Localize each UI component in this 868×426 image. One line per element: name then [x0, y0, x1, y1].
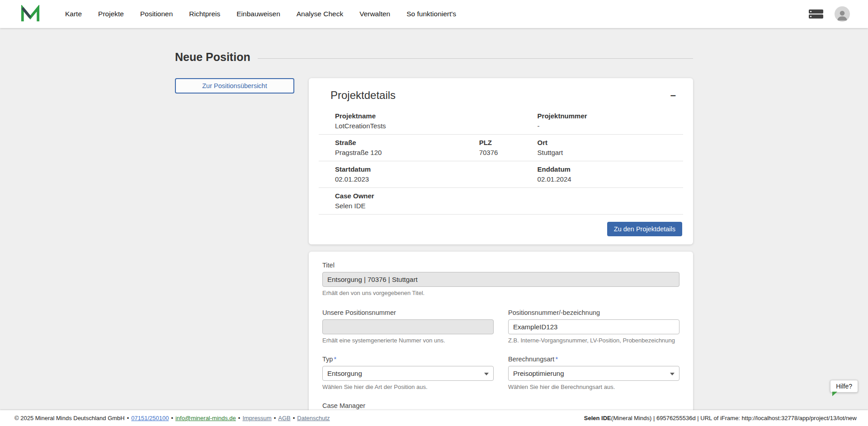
chevron-down-icon — [670, 373, 675, 375]
unsere-positionsnummer-hint: Erhält eine systemgenerierte Nummer von … — [322, 337, 494, 344]
enddatum-value: 02.01.2024 — [538, 175, 683, 184]
nav-item-verwalten[interactable]: Verwalten — [359, 10, 390, 18]
new-position-form-card: Titel Erhält den von uns vorgegebenen Ti… — [309, 252, 693, 410]
berechnungsart-label-text: Berechnungsart — [508, 356, 554, 363]
agb-link[interactable]: AGB — [278, 415, 290, 421]
footer-separator: • — [274, 415, 276, 421]
projektnummer-label: Projektnummer — [538, 112, 683, 121]
positionsnummer-input[interactable] — [508, 319, 679, 334]
typ-label: Typ* — [322, 356, 494, 363]
project-details-card: Projektdetails – Projektname LotCreation… — [309, 78, 693, 244]
mineral-minds-logo-icon[interactable] — [21, 5, 40, 23]
plz-value: 70376 — [479, 148, 538, 157]
berechnungsart-field: Berechnungsart* Preisoptimierung Wählen … — [508, 356, 679, 390]
title-divider — [258, 58, 693, 59]
nav-item-karte[interactable]: Karte — [65, 10, 82, 18]
footer-separator: • — [171, 415, 173, 421]
unsere-positionsnummer-label: Unsere Positionsnummer — [322, 309, 494, 316]
positionsnummer-label: Positionsnummer/-bezeichnung — [508, 309, 679, 316]
footer-separator: • — [238, 415, 241, 421]
required-asterisk: * — [555, 356, 558, 363]
help-button[interactable]: Hilfe? — [830, 380, 858, 393]
table-row: Case Owner Selen IDE — [319, 188, 683, 215]
table-row: Straße Pragstraße 120 PLZ 70376 Ort Stut… — [319, 135, 683, 161]
main-navigation: Karte Projekte Positionen Richtpreis Ein… — [65, 10, 456, 18]
titel-input — [322, 272, 679, 287]
case-manager-label: Case Manager — [322, 402, 494, 409]
back-to-positions-button[interactable]: Zur Positionsübersicht — [175, 78, 294, 94]
chevron-down-icon — [484, 373, 489, 375]
enddatum-label: Enddatum — [538, 165, 683, 174]
email-link[interactable]: info@mineral-minds.de — [175, 415, 236, 421]
datenschutz-link[interactable]: Datenschutz — [297, 415, 330, 421]
nav-item-projekte[interactable]: Projekte — [98, 10, 124, 18]
page-title: Neue Position — [175, 51, 250, 64]
main-content: Neue Position Zur Positionsübersicht Pro… — [0, 28, 868, 410]
strasse-label: Straße — [335, 138, 479, 147]
project-details-table: Projektname LotCreationTests Projektnumm… — [319, 108, 683, 215]
user-avatar[interactable] — [835, 6, 850, 22]
berechnungsart-hint: Wählen Sie hier die Berechnungsart aus. — [508, 384, 679, 390]
navbar-right — [808, 6, 850, 22]
session-user: Selen IDE — [584, 415, 611, 421]
typ-hint: Wählen Sie hier die Art der Position aus… — [322, 384, 494, 390]
case-owner-value: Selen IDE — [335, 201, 683, 211]
berechnungsart-select[interactable]: Preisoptimierung — [508, 366, 679, 381]
nav-item-richtpreis[interactable]: Richtpreis — [189, 10, 220, 18]
person-icon — [835, 8, 849, 22]
projektnummer-value: - — [538, 122, 683, 131]
startdatum-value: 02.01.2023 — [335, 175, 538, 184]
startdatum-label: Startdatum — [335, 165, 538, 174]
unsere-positionsnummer-input — [322, 319, 494, 334]
required-asterisk: * — [334, 356, 336, 363]
plz-label: PLZ — [479, 138, 538, 147]
typ-label-text: Typ — [322, 356, 333, 363]
left-column: Zur Positionsübersicht — [175, 78, 294, 94]
collapse-icon[interactable]: – — [670, 90, 676, 100]
footer-separator: • — [293, 415, 295, 421]
projektname-value: LotCreationTests — [335, 122, 538, 131]
titel-hint: Erhält den von uns vorgegebenen Titel. — [322, 290, 679, 296]
nav-item-positionen[interactable]: Positionen — [140, 10, 173, 18]
go-to-project-details-button[interactable]: Zu den Projektdetails — [607, 222, 682, 236]
strasse-value: Pragstraße 120 — [335, 148, 479, 157]
positionsnummer-hint: Z.B. Interne-Vorgangsnummer, LV-Position… — [508, 337, 679, 344]
top-navbar: Karte Projekte Positionen Richtpreis Ein… — [0, 0, 868, 28]
nav-item-einbauweisen[interactable]: Einbauweisen — [236, 10, 280, 18]
phone-link[interactable]: 07151/250100 — [131, 415, 169, 421]
berechnungsart-label: Berechnungsart* — [508, 356, 679, 363]
case-manager-field: Case Manager — [322, 402, 494, 410]
help-label: Hilfe? — [836, 383, 852, 390]
server-icon[interactable] — [808, 9, 824, 19]
projektname-label: Projektname — [335, 112, 538, 121]
right-column: Projektdetails – Projektname LotCreation… — [309, 78, 693, 410]
footer-left: © 2025 Mineral Minds Deutschland GmbH • … — [14, 415, 330, 421]
table-row: Startdatum 02.01.2023 Enddatum 02.01.202… — [319, 161, 683, 188]
positionsnummer-field: Positionsnummer/-bezeichnung Z.B. Intern… — [508, 309, 679, 344]
ort-value: Stuttgart — [538, 148, 683, 157]
titel-label: Titel — [322, 262, 679, 269]
project-details-title: Projektdetails — [330, 89, 396, 102]
footer-separator: • — [127, 415, 129, 421]
titel-field: Titel Erhält den von uns vorgegebenen Ti… — [322, 262, 679, 296]
berechnungsart-select-value: Preisoptimierung — [513, 370, 564, 377]
footer: © 2025 Mineral Minds Deutschland GmbH • … — [0, 410, 868, 426]
nav-item-analyse-check[interactable]: Analyse Check — [297, 10, 343, 18]
case-owner-label: Case Owner — [335, 192, 683, 201]
typ-select-value: Entsorgung — [327, 370, 362, 377]
ort-label: Ort — [538, 138, 683, 147]
table-row: Projektname LotCreationTests Projektnumm… — [319, 108, 683, 135]
typ-field: Typ* Entsorgung Wählen Sie hier die Art … — [322, 356, 494, 390]
typ-select[interactable]: Entsorgung — [322, 366, 494, 381]
copyright-text: © 2025 Mineral Minds Deutschland GmbH — [14, 415, 125, 421]
unsere-positionsnummer-field: Unsere Positionsnummer Erhält eine syste… — [322, 309, 494, 344]
footer-session-info: Selen IDE (Mineral Minds) | 69576255536d… — [584, 415, 857, 421]
nav-item-so-funktionierts[interactable]: So funktioniert's — [406, 10, 456, 18]
impressum-link[interactable]: Impressum — [242, 415, 271, 421]
session-details: (Mineral Minds) | 69576255536d | URL of … — [611, 415, 857, 421]
